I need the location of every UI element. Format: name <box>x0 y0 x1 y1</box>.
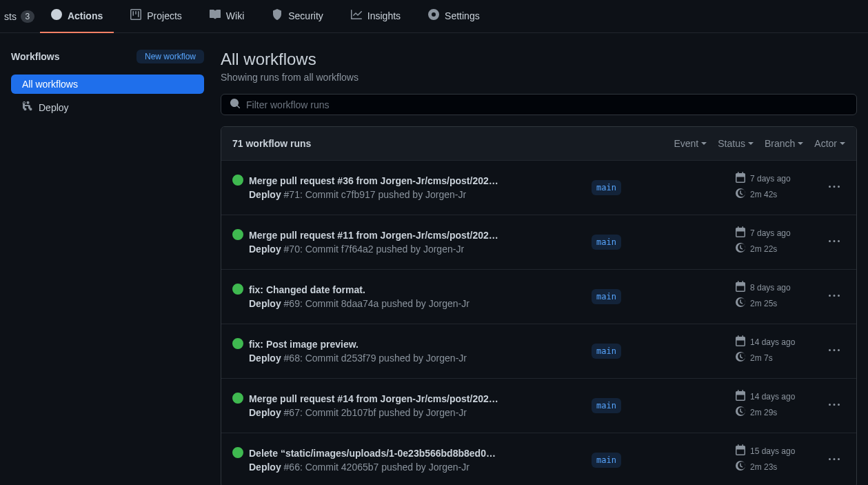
success-icon <box>232 393 243 404</box>
filter-actor[interactable]: Actor <box>814 138 845 149</box>
nav-wiki[interactable]: Wiki <box>199 0 255 33</box>
stopwatch-icon <box>735 188 746 201</box>
new-workflow-button[interactable]: New workflow <box>137 50 204 63</box>
run-info: Merge pull request #36 from Jorgen-Jr/cm… <box>249 175 581 200</box>
run-info: Merge pull request #11 from Jorgen-Jr/cm… <box>249 230 581 255</box>
pr-count-badge: 3 <box>21 10 34 23</box>
nav-pull-requests-label-partial: sts <box>4 11 17 22</box>
page-subtitle: Showing runs from all workflows <box>221 72 857 83</box>
run-row: Delete “static/images/uploads/1-0e23b566… <box>221 433 856 485</box>
calendar-icon <box>735 390 746 403</box>
search-box[interactable] <box>221 94 857 115</box>
projects-icon <box>130 9 141 22</box>
run-title[interactable]: Delete “static/images/uploads/1-0e23b566… <box>249 448 538 459</box>
branch-tag[interactable]: main <box>592 398 621 413</box>
search-input[interactable] <box>246 99 848 110</box>
stopwatch-icon <box>735 406 746 419</box>
branch-column: main <box>592 344 729 359</box>
sidebar-title: Workflows <box>11 51 60 62</box>
run-meta: 15 days ago 2m 23s <box>735 444 818 476</box>
filter-event[interactable]: Event <box>674 138 707 149</box>
run-subtitle: Deploy #66: Commit 42065b7 pushed by Jor… <box>249 462 581 473</box>
run-subtitle: Deploy #67: Commit 2b107bf pushed by Jor… <box>249 407 581 418</box>
branch-column: main <box>592 289 729 304</box>
run-duration: 2m 7s <box>750 353 773 363</box>
run-duration: 2m 25s <box>750 299 777 308</box>
kebab-menu[interactable] <box>823 230 845 255</box>
branch-tag[interactable]: main <box>592 453 621 468</box>
run-row: fix: Changed date format. Deploy #69: Co… <box>221 269 856 324</box>
nav-insights[interactable]: Insights <box>340 0 412 33</box>
nav-pull-requests[interactable]: sts 3 <box>4 10 34 23</box>
nav-insights-label: Insights <box>367 10 401 21</box>
run-subtitle: Deploy #68: Commit d253f79 pushed by Jor… <box>249 353 581 364</box>
filter-status[interactable]: Status <box>718 138 754 149</box>
branch-tag[interactable]: main <box>592 180 621 195</box>
caret-down-icon <box>701 142 707 148</box>
graph-icon <box>351 9 362 22</box>
run-date: 14 days ago <box>750 392 795 402</box>
kebab-menu[interactable] <box>823 448 845 473</box>
run-row: fix: Post image preview. Deploy #68: Com… <box>221 324 856 378</box>
run-info: Delete “static/images/uploads/1-0e23b566… <box>249 448 581 473</box>
run-meta: 7 days ago 2m 42s <box>735 172 818 204</box>
runs-header: 71 workflow runs Event Status Branch Act… <box>221 127 856 160</box>
sidebar-item-all-workflows[interactable]: All workflows <box>11 75 204 94</box>
nav-security-label: Security <box>288 10 323 21</box>
run-info: fix: Changed date format. Deploy #69: Co… <box>249 284 581 309</box>
kebab-menu[interactable] <box>823 285 845 309</box>
kebab-menu[interactable] <box>823 176 845 200</box>
run-meta: 14 days ago 2m 7s <box>735 335 818 367</box>
nav-settings[interactable]: Settings <box>417 0 491 33</box>
branch-column: main <box>592 235 729 250</box>
run-info: Merge pull request #14 from Jorgen-Jr/cm… <box>249 393 581 418</box>
kebab-menu[interactable] <box>823 394 845 418</box>
nav-actions[interactable]: Actions <box>40 0 114 33</box>
branch-column: main <box>592 398 729 413</box>
run-duration: 2m 29s <box>750 408 777 417</box>
caret-down-icon <box>748 142 754 148</box>
success-icon <box>232 229 243 240</box>
run-date: 15 days ago <box>750 446 795 456</box>
run-date: 7 days ago <box>750 174 791 184</box>
page-title: All workflows <box>221 50 857 69</box>
stopwatch-icon <box>735 297 746 310</box>
run-date: 8 days ago <box>750 283 791 293</box>
run-duration: 2m 42s <box>750 190 777 199</box>
runs-count: 71 workflow runs <box>232 138 311 149</box>
repo-nav: sts 3 Actions Projects Wiki Security Ins… <box>0 0 868 33</box>
sidebar: Workflows New workflow All workflows Dep… <box>11 50 204 485</box>
workflow-icon <box>22 101 33 114</box>
stopwatch-icon <box>735 242 746 255</box>
sidebar-item-label: Deploy <box>39 102 69 113</box>
run-title[interactable]: Merge pull request #14 from Jorgen-Jr/cm… <box>249 393 538 404</box>
run-title[interactable]: fix: Changed date format. <box>249 284 538 295</box>
branch-tag[interactable]: main <box>592 235 621 250</box>
sidebar-item-label: All workflows <box>22 79 78 90</box>
sidebar-item-deploy[interactable]: Deploy <box>11 97 204 118</box>
run-title[interactable]: Merge pull request #11 from Jorgen-Jr/cm… <box>249 230 538 241</box>
run-duration: 2m 23s <box>750 462 777 472</box>
run-title[interactable]: Merge pull request #36 from Jorgen-Jr/cm… <box>249 175 538 186</box>
play-icon <box>51 9 62 22</box>
run-subtitle: Deploy #71: Commit c7fb917 pushed by Jor… <box>249 189 581 200</box>
nav-projects[interactable]: Projects <box>119 0 193 33</box>
runs-container: 71 workflow runs Event Status Branch Act… <box>221 126 857 485</box>
main-content: All workflows Showing runs from all work… <box>221 50 857 485</box>
shield-icon <box>272 9 283 22</box>
branch-tag[interactable]: main <box>592 289 621 304</box>
run-row: Merge pull request #14 from Jorgen-Jr/cm… <box>221 378 856 433</box>
run-info: fix: Post image preview. Deploy #68: Com… <box>249 339 581 364</box>
branch-column: main <box>592 453 729 468</box>
run-title[interactable]: fix: Post image preview. <box>249 339 538 350</box>
calendar-icon <box>735 226 746 239</box>
run-row: Merge pull request #36 from Jorgen-Jr/cm… <box>221 160 856 215</box>
branch-tag[interactable]: main <box>592 344 621 359</box>
stopwatch-icon <box>735 351 746 364</box>
calendar-icon <box>735 335 746 348</box>
nav-security[interactable]: Security <box>261 0 334 33</box>
kebab-menu[interactable] <box>823 339 845 364</box>
nav-settings-label: Settings <box>445 10 480 21</box>
filter-branch[interactable]: Branch <box>765 138 803 149</box>
run-row: Merge pull request #11 from Jorgen-Jr/cm… <box>221 215 856 269</box>
